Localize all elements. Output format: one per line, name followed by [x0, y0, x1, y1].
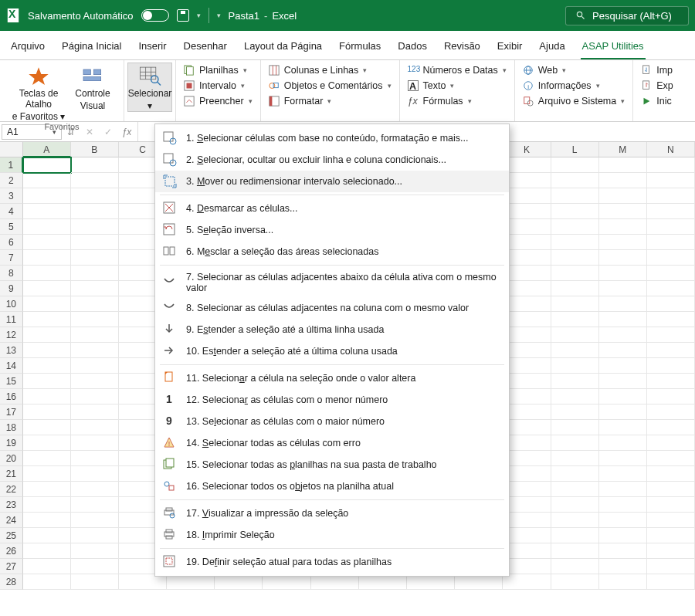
row-header-1[interactable]: 1 — [0, 157, 23, 173]
cell-M26[interactable] — [599, 543, 647, 559]
tab-revis-o[interactable]: Revisão — [442, 36, 482, 59]
cell-N25[interactable] — [647, 528, 695, 543]
row-header-24[interactable]: 24 — [0, 513, 23, 528]
cell-M28[interactable] — [599, 574, 647, 590]
menu-item-3[interactable]: 3. Mover ou redimensionar intervalo sele… — [155, 171, 509, 192]
cell-C28[interactable] — [119, 574, 167, 590]
cell-B3[interactable] — [71, 188, 119, 204]
cell-K20[interactable] — [503, 451, 551, 466]
row-header-9[interactable]: 9 — [0, 281, 23, 296]
row-header-10[interactable]: 10 — [0, 296, 23, 312]
cell-B24[interactable] — [71, 513, 119, 528]
cell-M18[interactable] — [599, 420, 647, 435]
col-header-K[interactable]: K — [503, 142, 551, 157]
web-button[interactable]: Web▾ — [523, 65, 625, 76]
row-header-27[interactable]: 27 — [0, 559, 23, 574]
cell-N12[interactable] — [647, 327, 695, 343]
cell-M6[interactable] — [599, 235, 647, 250]
cell-L19[interactable] — [551, 435, 599, 451]
cell-N10[interactable] — [647, 296, 695, 312]
cell-L7[interactable] — [551, 250, 599, 266]
planilhas-button[interactable]: Planilhas▾ — [184, 65, 253, 76]
col-header-M[interactable]: M — [599, 142, 647, 157]
cell-B8[interactable] — [71, 266, 119, 281]
cell-A18[interactable] — [23, 420, 71, 435]
cell-L12[interactable] — [551, 327, 599, 343]
cell-B16[interactable] — [71, 389, 119, 404]
tab-desenhar[interactable]: Desenhar — [182, 36, 229, 59]
cell-N7[interactable] — [647, 250, 695, 266]
menu-item-16[interactable]: 16. Selecionar todos os objetos na plani… — [155, 476, 509, 497]
cell-K1[interactable] — [503, 157, 551, 173]
cell-K2[interactable] — [503, 173, 551, 188]
cell-K12[interactable] — [503, 327, 551, 343]
cell-N22[interactable] — [647, 482, 695, 497]
cell-K7[interactable] — [503, 250, 551, 266]
menu-item-13[interactable]: 913. Selecionar as células com o maior n… — [155, 411, 509, 432]
cell-L21[interactable] — [551, 466, 599, 482]
cell-L28[interactable] — [551, 574, 599, 590]
cell-N14[interactable] — [647, 358, 695, 374]
cell-I28[interactable] — [407, 574, 455, 590]
menu-item-6[interactable]: 6. Mesclar a seleção das áreas seleciona… — [155, 241, 509, 262]
cell-A19[interactable] — [23, 435, 71, 451]
cell-B6[interactable] — [71, 235, 119, 250]
menu-item-2[interactable]: 2. Selecionar, ocultar ou excluir linha … — [155, 149, 509, 171]
cell-A8[interactable] — [23, 266, 71, 281]
menu-item-14[interactable]: !14. Selecionar todas as células com err… — [155, 432, 509, 454]
row-header-19[interactable]: 19 — [0, 435, 23, 451]
cell-N1[interactable] — [647, 157, 695, 173]
cell-L27[interactable] — [551, 559, 599, 574]
cell-L4[interactable] — [551, 204, 599, 219]
cell-K8[interactable] — [503, 266, 551, 281]
cell-M19[interactable] — [599, 435, 647, 451]
undo-chevron-icon[interactable]: ▾ — [217, 12, 221, 19]
cell-K13[interactable] — [503, 343, 551, 358]
cell-A23[interactable] — [23, 497, 71, 513]
cell-B4[interactable] — [71, 204, 119, 219]
tab-dados[interactable]: Dados — [396, 36, 429, 59]
cell-L16[interactable] — [551, 389, 599, 404]
intervalo-button[interactable]: Intervalo▾ — [184, 80, 253, 91]
cell-B23[interactable] — [71, 497, 119, 513]
controle-visual-button[interactable]: Controle Visual — [70, 63, 116, 122]
cell-K17[interactable] — [503, 404, 551, 420]
menu-item-1[interactable]: 1. Selecionar células com base no conteú… — [155, 127, 509, 149]
cell-K6[interactable] — [503, 235, 551, 250]
cell-B10[interactable] — [71, 296, 119, 312]
row-header-8[interactable]: 8 — [0, 266, 23, 281]
cell-L20[interactable] — [551, 451, 599, 466]
cell-K11[interactable] — [503, 312, 551, 327]
cell-B7[interactable] — [71, 250, 119, 266]
cell-K26[interactable] — [503, 543, 551, 559]
cell-M25[interactable] — [599, 528, 647, 543]
cell-M20[interactable] — [599, 451, 647, 466]
tab-exibir[interactable]: Exibir — [496, 36, 524, 59]
cell-A7[interactable] — [23, 250, 71, 266]
fx-icon[interactable]: ƒx — [117, 127, 136, 137]
col-header-B[interactable]: B — [71, 142, 119, 157]
cell-L5[interactable] — [551, 219, 599, 235]
cell-B28[interactable] — [71, 574, 119, 590]
cell-M11[interactable] — [599, 312, 647, 327]
cell-B2[interactable] — [71, 173, 119, 188]
cell-M5[interactable] — [599, 219, 647, 235]
cell-K21[interactable] — [503, 466, 551, 482]
cell-M2[interactable] — [599, 173, 647, 188]
cell-B12[interactable] — [71, 327, 119, 343]
cell-L22[interactable] — [551, 482, 599, 497]
cell-A21[interactable] — [23, 466, 71, 482]
autosave-toggle[interactable] — [141, 9, 169, 22]
cell-A14[interactable] — [23, 358, 71, 374]
cell-A6[interactable] — [23, 235, 71, 250]
cell-L13[interactable] — [551, 343, 599, 358]
menu-item-8[interactable]: 8. Selecionar as células adjacentes na c… — [155, 297, 509, 319]
cell-N19[interactable] — [647, 435, 695, 451]
cell-A22[interactable] — [23, 482, 71, 497]
cell-L15[interactable] — [551, 374, 599, 389]
save-icon[interactable] — [177, 9, 189, 22]
cell-L18[interactable] — [551, 420, 599, 435]
cell-N21[interactable] — [647, 466, 695, 482]
cell-N16[interactable] — [647, 389, 695, 404]
row-header-7[interactable]: 7 — [0, 250, 23, 266]
